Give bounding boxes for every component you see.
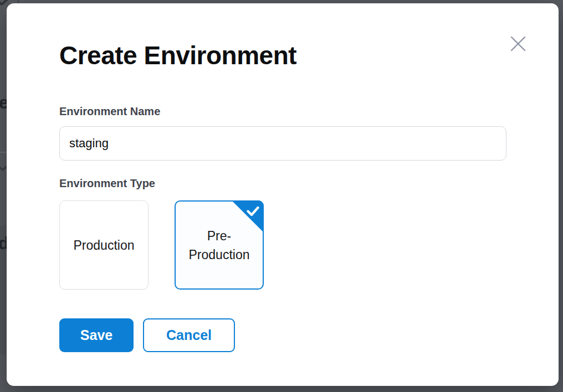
option-card-pre-production[interactable]: Pre-Production <box>175 200 264 290</box>
backdrop-divider <box>0 152 7 153</box>
option-label: Pre-Production <box>183 226 255 264</box>
save-button[interactable]: Save <box>59 318 134 352</box>
close-icon <box>510 35 526 52</box>
cancel-button[interactable]: Cancel <box>143 318 235 352</box>
environment-name-label: Environment Name <box>59 105 160 118</box>
environment-type-options: Production Pre-Production <box>59 200 264 290</box>
environment-name-input[interactable] <box>59 126 506 161</box>
check-icon <box>247 206 259 216</box>
option-card-production[interactable]: Production <box>59 200 149 290</box>
create-environment-dialog: Create Environment Environment Name Envi… <box>7 3 559 386</box>
dialog-actions: Save Cancel <box>59 318 235 352</box>
option-label: Production <box>74 236 135 255</box>
close-button[interactable] <box>507 33 529 55</box>
environment-type-label: Environment Type <box>59 177 155 190</box>
page-title: Create Environment <box>59 41 296 70</box>
